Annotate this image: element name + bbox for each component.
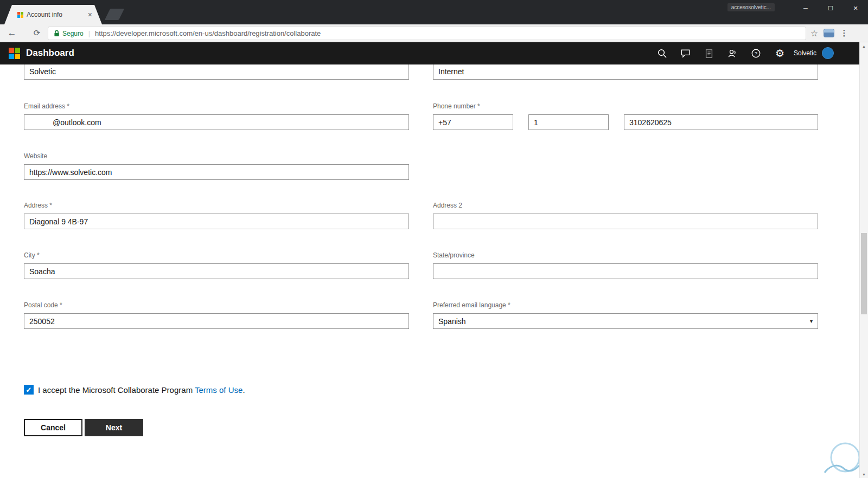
scroll-down-icon[interactable]: ▼	[860, 470, 868, 478]
postal-code-input[interactable]	[24, 313, 409, 329]
language-selected-value: Spanish	[438, 317, 466, 326]
secure-chip[interactable]: Seguro	[54, 30, 84, 37]
scroll-up-icon[interactable]: ▲	[860, 42, 868, 50]
feedback-icon[interactable]	[679, 47, 692, 60]
browser-extension-icon[interactable]	[824, 29, 834, 37]
microsoft-favicon	[17, 12, 23, 18]
browser-menu-icon[interactable]: ⋮	[839, 24, 850, 42]
people-icon[interactable]	[726, 47, 738, 60]
signed-in-user-name[interactable]: Solvetic	[794, 49, 816, 57]
window-maximize-icon[interactable]: ☐	[818, 0, 843, 16]
phone-country-code-input[interactable]	[433, 114, 513, 130]
url-text[interactable]: https://developer.microsoft.com/en-us/da…	[95, 29, 321, 37]
refresh-icon[interactable]: ⟳	[30, 24, 43, 42]
new-tab-button[interactable]	[105, 9, 124, 20]
postal-code-label: Postal code *	[24, 301, 62, 309]
terms-checkbox[interactable]: ✓	[24, 385, 34, 395]
browser-titlebar: Account info × accesosolvetic... ─ ☐ ✕	[0, 0, 868, 24]
chevron-down-icon: ▾	[810, 318, 813, 324]
help-icon[interactable]: ?	[750, 47, 762, 60]
dashboard-header: Dashboard ? ⚙ Solvetic	[0, 42, 868, 64]
window-close-icon[interactable]: ✕	[843, 0, 868, 16]
email-input[interactable]	[24, 114, 409, 130]
phone-number-input[interactable]	[624, 114, 818, 130]
city-input[interactable]	[24, 263, 409, 279]
secure-label: Seguro	[62, 30, 84, 37]
state-label: State/province	[433, 251, 475, 259]
terms-of-use-link[interactable]: Terms of Use	[195, 385, 242, 395]
referral-input[interactable]	[433, 63, 818, 80]
terms-text-before: I accept the Microsoft Collaborate Progr…	[38, 385, 195, 395]
checkmark-icon: ✓	[26, 386, 32, 394]
search-icon[interactable]	[656, 47, 668, 60]
tab-close-icon[interactable]: ×	[88, 11, 92, 18]
tab-title: Account info	[27, 11, 85, 18]
city-label: City *	[24, 251, 40, 259]
address-label: Address *	[24, 202, 52, 209]
website-input[interactable]	[24, 164, 409, 180]
scrollbar-thumb[interactable]	[861, 233, 867, 314]
next-button[interactable]: Next	[85, 419, 143, 436]
address-input[interactable]	[24, 214, 409, 229]
phone-area-code-input[interactable]	[528, 114, 609, 130]
back-icon[interactable]: ←	[5, 24, 18, 42]
website-label: Website	[24, 152, 47, 160]
svg-text:?: ?	[755, 50, 757, 56]
report-document-icon[interactable]	[703, 47, 715, 60]
state-input[interactable]	[433, 263, 818, 279]
language-select[interactable]: Spanish ▾	[433, 313, 818, 329]
browser-tab-account-info[interactable]: Account info ×	[4, 5, 102, 24]
user-avatar[interactable]	[822, 47, 834, 59]
company-name-input[interactable]	[24, 63, 409, 80]
bookmark-star-icon[interactable]: ☆	[808, 24, 820, 42]
address2-input[interactable]	[433, 214, 818, 229]
browser-profile-badge[interactable]: accesosolvetic...	[727, 3, 775, 11]
address2-label: Address 2	[433, 202, 462, 209]
account-info-form: Email address * Phone number * Website A…	[0, 64, 859, 478]
dashboard-title: Dashboard	[26, 48, 74, 59]
window-controls: ─ ☐ ✕	[793, 0, 868, 16]
settings-gear-icon[interactable]: ⚙	[774, 47, 786, 60]
cancel-button[interactable]: Cancel	[24, 419, 82, 436]
window-minimize-icon[interactable]: ─	[793, 0, 818, 16]
email-label: Email address *	[24, 102, 69, 110]
terms-text-after: .	[242, 385, 245, 395]
page-scrollbar[interactable]: ▲ ▼	[859, 42, 868, 478]
padlock-icon	[54, 30, 60, 37]
browser-toolbar: ← ⟳ Seguro | https://developer.microsoft…	[0, 24, 868, 42]
browser-window: Account info × accesosolvetic... ─ ☐ ✕ ←…	[0, 0, 868, 478]
url-bar[interactable]: Seguro | https://developer.microsoft.com…	[48, 27, 806, 40]
url-separator: |	[88, 29, 90, 37]
terms-text: I accept the Microsoft Collaborate Progr…	[38, 385, 245, 395]
microsoft-logo[interactable]	[9, 48, 20, 59]
phone-label: Phone number *	[433, 102, 480, 110]
language-label: Preferred email language *	[433, 301, 510, 309]
